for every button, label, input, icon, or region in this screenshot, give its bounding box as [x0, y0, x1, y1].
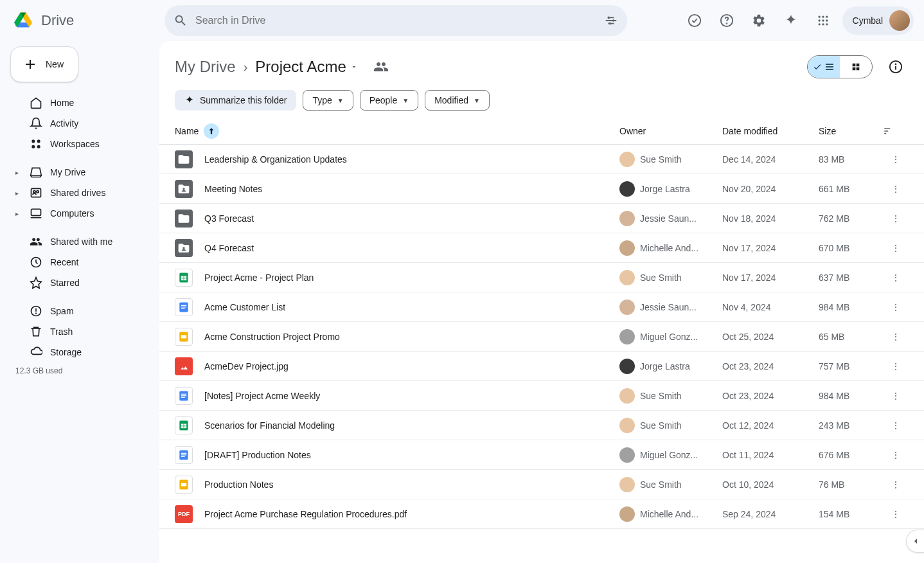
file-row[interactable]: Project Acme - Project PlanSue SmithNov …	[159, 263, 924, 292]
svg-point-14	[826, 23, 828, 25]
list-view-button[interactable]	[808, 56, 840, 78]
owner-avatar	[619, 152, 635, 167]
svg-point-20	[33, 191, 35, 193]
svg-rect-22	[31, 209, 41, 215]
grid-view-button[interactable]	[840, 56, 872, 78]
sidebar-item-label: Activity	[50, 118, 78, 129]
sidebar-item-activity[interactable]: Activity	[10, 113, 149, 134]
file-row[interactable]: Q4 ForecastMichelle And...Nov 17, 202467…	[159, 233, 924, 263]
sidebar-item-spam[interactable]: Spam	[10, 301, 149, 321]
org-account-chip[interactable]: Cymbal	[842, 6, 914, 35]
org-label: Cymbal	[853, 15, 883, 26]
size-cell: 670 MB	[819, 243, 883, 253]
date-cell: Oct 11, 2024	[722, 450, 819, 460]
apps-grid-icon[interactable]	[810, 8, 836, 33]
row-more-icon[interactable]: ⋮	[883, 450, 909, 460]
search-input[interactable]	[195, 15, 596, 26]
row-more-icon[interactable]: ⋮	[883, 361, 909, 371]
sidebar-item-storage[interactable]: Storage	[10, 342, 149, 362]
date-cell: Nov 18, 2024	[722, 213, 819, 224]
row-more-icon[interactable]: ⋮	[883, 332, 909, 342]
row-more-icon[interactable]: ⋮	[883, 302, 909, 312]
svg-point-1	[612, 19, 615, 22]
row-more-icon[interactable]: ⋮	[883, 509, 909, 519]
gemini-icon[interactable]	[778, 8, 804, 33]
sidebar-item-label: Recent	[50, 257, 78, 267]
type-filter-chip[interactable]: Type▼	[303, 90, 353, 111]
row-more-icon[interactable]: ⋮	[883, 420, 909, 431]
breadcrumb-root[interactable]: My Drive	[175, 58, 236, 76]
slides-icon	[175, 476, 193, 494]
file-list: Leadership & Organization UpdatesSue Smi…	[159, 145, 924, 563]
file-row[interactable]: PDFProject Acme Purchase Regulation Proc…	[159, 499, 924, 529]
sidebar-item-computers[interactable]: ▸Computers	[10, 203, 149, 224]
size-cell: 984 MB	[819, 391, 883, 401]
file-name: Acme Customer List	[204, 302, 619, 312]
breadcrumb: My Drive › Project Acme	[175, 58, 358, 76]
svg-rect-37	[181, 305, 186, 305]
owner-cell: Sue Smith	[619, 418, 722, 433]
logo-section[interactable]: Drive	[10, 8, 159, 33]
svg-point-5	[726, 23, 727, 24]
file-row[interactable]: [Notes] Project Acme WeeklySue SmithOct …	[159, 381, 924, 411]
file-row[interactable]: Q3 ForecastJessie Saun...Nov 18, 2024762…	[159, 204, 924, 233]
svg-point-21	[37, 191, 39, 193]
svg-point-12	[818, 23, 820, 25]
sidebar-item-shared-with-me[interactable]: Shared with me	[10, 231, 149, 252]
svg-point-16	[37, 139, 40, 143]
modified-filter-chip[interactable]: Modified▼	[425, 90, 490, 111]
row-more-icon[interactable]: ⋮	[883, 154, 909, 165]
manage-access-icon[interactable]	[373, 59, 389, 75]
caret-down-icon	[350, 63, 358, 71]
sidebar-item-home[interactable]: Home	[10, 93, 149, 113]
file-row[interactable]: Meeting NotesJorge LastraNov 20, 2024661…	[159, 174, 924, 204]
column-date[interactable]: Date modified	[722, 126, 819, 136]
side-panel-toggle[interactable]	[906, 530, 924, 553]
summarize-chip[interactable]: Summarize this folder	[175, 90, 296, 111]
app-header: Drive Cymbal	[0, 0, 924, 41]
people-filter-chip[interactable]: People▼	[360, 90, 419, 111]
file-row[interactable]: Acme Customer ListJessie Saun...Nov 4, 2…	[159, 292, 924, 322]
sidebar-item-shared-drives[interactable]: ▸Shared drives	[10, 183, 149, 203]
file-row[interactable]: [DRAFT] Production NotesMiguel Gonz...Oc…	[159, 440, 924, 470]
sidebar-item-workspaces[interactable]: Workspaces	[10, 134, 149, 154]
owner-avatar	[619, 506, 635, 522]
help-icon[interactable]	[714, 8, 740, 33]
row-more-icon[interactable]: ⋮	[883, 273, 909, 283]
sidebar-item-recent[interactable]: Recent	[10, 252, 149, 273]
file-row[interactable]: Acme Construction Project PromoMiguel Go…	[159, 322, 924, 352]
file-name: [Notes] Project Acme Weekly	[204, 391, 619, 401]
svg-point-26	[36, 313, 37, 314]
svg-point-17	[31, 145, 35, 148]
row-more-icon[interactable]: ⋮	[883, 243, 909, 253]
svg-rect-53	[181, 456, 185, 456]
file-name: Acme Construction Project Promo	[204, 332, 619, 342]
search-box[interactable]	[164, 5, 627, 36]
file-name: Scenarios for Financial Modeling	[204, 420, 619, 431]
file-row[interactable]: Leadership & Organization UpdatesSue Smi…	[159, 145, 924, 174]
breadcrumb-current[interactable]: Project Acme	[255, 58, 357, 76]
docs-icon	[175, 298, 193, 316]
size-cell: 76 MB	[819, 479, 883, 490]
column-name[interactable]: Name	[175, 123, 619, 139]
file-row[interactable]: AcmeDev Project.jpgJorge LastraOct 23, 2…	[159, 352, 924, 381]
sidebar-item-trash[interactable]: Trash	[10, 321, 149, 342]
file-name: Q4 Forecast	[204, 243, 619, 253]
owner-name: Jessie Saun...	[640, 213, 697, 224]
file-row[interactable]: Production NotesSue SmithOct 10, 202476 …	[159, 470, 924, 499]
column-options[interactable]	[883, 125, 909, 137]
search-options-icon[interactable]	[604, 13, 618, 28]
sidebar-item-starred[interactable]: Starred	[10, 273, 149, 293]
column-size[interactable]: Size	[819, 126, 883, 136]
file-row[interactable]: Scenarios for Financial ModelingSue Smit…	[159, 411, 924, 440]
column-owner[interactable]: Owner	[619, 126, 722, 136]
row-more-icon[interactable]: ⋮	[883, 391, 909, 401]
row-more-icon[interactable]: ⋮	[883, 184, 909, 194]
sidebar-item-my-drive[interactable]: ▸My Drive	[10, 162, 149, 183]
details-info-icon[interactable]	[883, 54, 909, 80]
settings-icon[interactable]	[746, 8, 772, 33]
offline-ready-icon[interactable]	[682, 8, 707, 33]
new-button[interactable]: New	[10, 46, 78, 82]
row-more-icon[interactable]: ⋮	[883, 213, 909, 224]
row-more-icon[interactable]: ⋮	[883, 479, 909, 490]
